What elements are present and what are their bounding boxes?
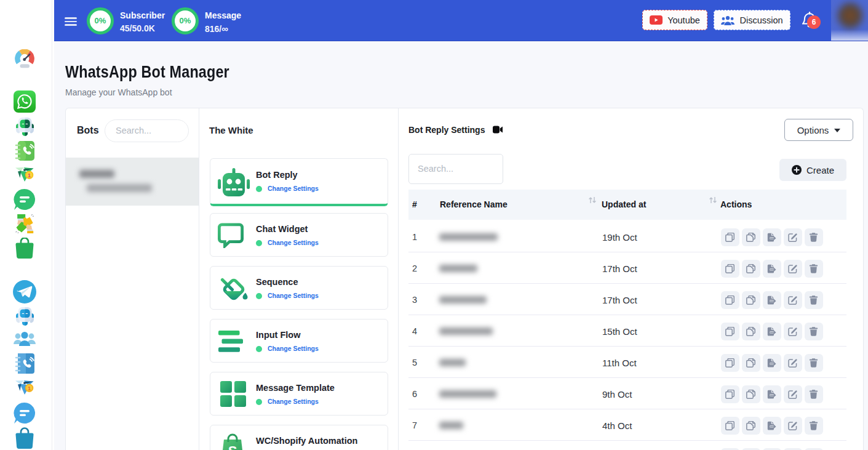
svg-text:S: S — [228, 443, 237, 450]
svg-text:1: 1 — [28, 385, 31, 392]
svg-text:1: 1 — [28, 172, 31, 179]
